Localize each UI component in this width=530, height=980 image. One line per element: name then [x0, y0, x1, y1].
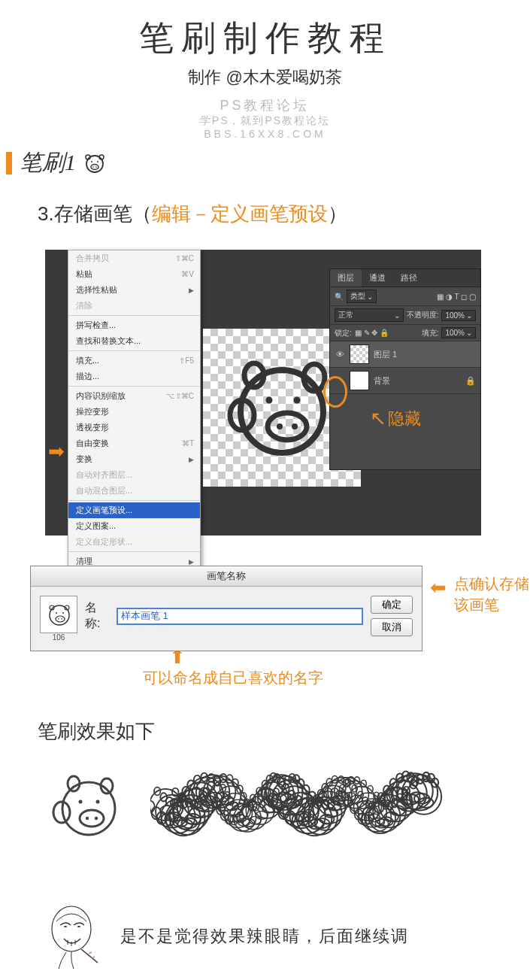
- menu-item-define-pattern[interactable]: 定义图案...: [68, 518, 200, 534]
- arrow-up-icon: ⬆: [169, 651, 422, 663]
- watermark-line3: BBS.16XX8.COM: [0, 128, 530, 140]
- svg-point-16: [294, 397, 301, 404]
- layers-panel: 图层 通道 路径 🔍类型 ⌄ ▦ ◑ T ◻ ▢ 正常 ⌄ 不透明度: 100%…: [329, 269, 481, 470]
- lock-label: 锁定:: [335, 328, 352, 338]
- meme-face-icon: [45, 903, 105, 970]
- menu-item-fill[interactable]: 填充...⇧F5: [68, 353, 200, 369]
- section-title-text: 笔刷1: [20, 147, 76, 178]
- svg-point-21: [58, 618, 59, 620]
- brush-preview: 106: [40, 596, 77, 642]
- layer-item-bg[interactable]: 背景 🔒: [330, 368, 480, 394]
- menu-item-define-brush-preset[interactable]: 定义画笔预设...: [68, 502, 200, 518]
- svg-point-14: [292, 423, 298, 429]
- preview-size-label: 106: [40, 633, 77, 642]
- svg-point-3: [91, 164, 98, 169]
- menu-item-stroke[interactable]: 描边...: [68, 369, 200, 384]
- svg-point-24: [62, 612, 64, 614]
- brush-name-input[interactable]: [117, 608, 363, 625]
- blend-mode-dropdown[interactable]: 正常 ⌄: [335, 308, 404, 322]
- menu-item-free-transform[interactable]: 自由变换⌘T: [68, 435, 200, 451]
- svg-point-32: [79, 799, 83, 803]
- svg-point-7: [97, 161, 98, 162]
- svg-point-23: [56, 612, 57, 614]
- menu-item-clear[interactable]: 清除: [68, 298, 200, 314]
- layer-thumb: [350, 371, 369, 390]
- menu-item-paste[interactable]: 粘贴⌘V: [68, 266, 200, 282]
- section-title: 笔刷1: [0, 147, 530, 178]
- confirm-annotation: 点确认存储该画笔: [454, 573, 530, 615]
- svg-point-22: [61, 618, 62, 620]
- svg-point-285: [64, 926, 67, 927]
- menu-item-findreplace[interactable]: 查找和替换文本...: [68, 333, 200, 349]
- fill-label: 填充:: [422, 328, 439, 338]
- svg-point-30: [86, 816, 89, 819]
- page-subtitle: 制作 @木木爱喝奶茶: [0, 66, 530, 89]
- brush-name-dialog: 画笔名称 106: [30, 566, 422, 651]
- fill-value[interactable]: 100% ⌄: [441, 327, 476, 338]
- opacity-value[interactable]: 100% ⌄: [441, 310, 476, 321]
- arrow-left-icon: ⬅: [430, 576, 447, 599]
- cancel-button[interactable]: 取消: [371, 618, 413, 636]
- svg-point-33: [96, 799, 100, 803]
- menu-item-auto-blend[interactable]: 自动混合图层...: [68, 483, 200, 499]
- step-highlight: 编辑－定义画笔预设: [152, 202, 328, 225]
- menu-item-define-shape[interactable]: 定义自定形状...: [68, 534, 200, 550]
- brush-stroke-effect: [150, 760, 444, 850]
- step-suffix: ）: [328, 202, 347, 225]
- layer-kind-dropdown[interactable]: 类型 ⌄: [347, 290, 377, 303]
- tab-layers[interactable]: 图层: [330, 269, 362, 287]
- layer-name: 图层 1: [374, 349, 397, 360]
- svg-point-12: [268, 413, 307, 440]
- menu-item-paste-special[interactable]: 选择性粘贴▶: [68, 282, 200, 298]
- step-title: 3.存储画笔（编辑－定义画笔预设）: [0, 178, 530, 235]
- effect-row: [45, 760, 530, 850]
- page-title: 笔刷制作教程: [0, 15, 530, 62]
- tab-paths[interactable]: 路径: [393, 269, 425, 287]
- pig-icon: [82, 152, 108, 174]
- rename-annotation: 可以命名成自己喜欢的名字: [143, 668, 422, 688]
- section-title-bar: [6, 152, 12, 174]
- svg-point-6: [91, 161, 92, 162]
- menu-item-perspective-warp[interactable]: 透视变形: [68, 420, 200, 435]
- step-prefix: 3.存储画笔（: [38, 202, 152, 225]
- menu-item-auto-align[interactable]: 自动对齐图层...: [68, 467, 200, 483]
- name-label: 名称:: [85, 600, 112, 632]
- svg-point-31: [95, 816, 98, 819]
- ok-button[interactable]: 确定: [371, 596, 413, 614]
- footer-text: 是不是觉得效果辣眼睛，后面继续调: [120, 925, 409, 948]
- layer-thumb: [350, 344, 369, 364]
- hide-annotation: ↖隐藏: [370, 408, 421, 430]
- pig-sample-icon: [45, 767, 128, 842]
- layer-item-1[interactable]: 👁 图层 1: [330, 341, 480, 368]
- menu-item-content-aware-scale[interactable]: 内容识别缩放⌥⇧⌘C: [68, 388, 200, 404]
- tab-channels[interactable]: 通道: [362, 269, 393, 287]
- menu-item-spellcheck[interactable]: 拼写检查...: [68, 317, 200, 333]
- lock-icon: 🔒: [465, 376, 476, 386]
- screenshot-composite: ➡ 合并拷贝⇧⌘C 粘贴⌘V 选择性粘贴▶ 清除 拼写检查... 查找和替换文本…: [45, 250, 481, 536]
- menu-item-puppet-warp[interactable]: 操控变形: [68, 404, 200, 420]
- layer-name: 背景: [374, 375, 390, 387]
- svg-point-29: [80, 810, 104, 827]
- watermark-line2: 学PS，就到PS教程论坛: [0, 114, 530, 128]
- watermark-line1: PS教程论坛: [0, 96, 530, 114]
- pig-drawing-icon: [218, 344, 346, 472]
- svg-point-20: [56, 616, 65, 622]
- menu-item-copy-merged[interactable]: 合并拷贝⇧⌘C: [68, 250, 200, 266]
- menu-item-transform[interactable]: 变换▶: [68, 451, 200, 467]
- svg-point-13: [277, 423, 283, 429]
- arrow-right-icon: ➡: [48, 440, 65, 463]
- svg-point-286: [77, 926, 80, 927]
- svg-point-4: [92, 166, 94, 168]
- effect-title: 笔刷效果如下: [38, 718, 530, 745]
- svg-point-5: [95, 166, 97, 168]
- svg-point-15: [266, 397, 273, 404]
- dialog-title: 画笔名称: [31, 566, 422, 587]
- eye-icon[interactable]: 👁: [335, 350, 345, 359]
- opacity-label: 不透明度:: [407, 310, 439, 320]
